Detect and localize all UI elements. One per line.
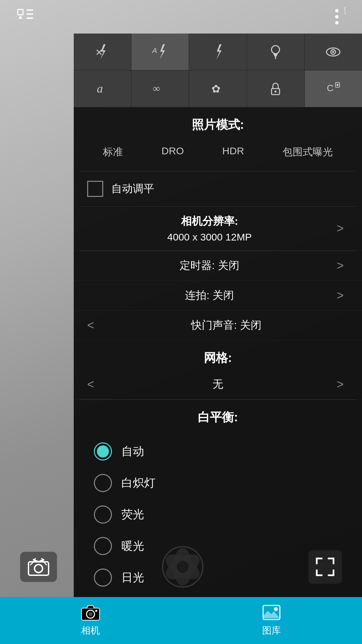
nav-camera-label: 相机	[81, 624, 100, 637]
auto-level-label: 自动调平	[111, 181, 154, 196]
camera-nav-icon	[81, 604, 100, 622]
svg-point-30	[35, 565, 43, 573]
svg-text:✿: ✿	[212, 83, 221, 95]
photo-mode-standard[interactable]: 标准	[98, 143, 128, 162]
bottom-nav: 相机 图库	[0, 597, 362, 644]
grid-row[interactable]: < 无 >	[74, 370, 362, 399]
white-balance-title: 白平衡:	[74, 400, 362, 432]
svg-point-44	[274, 607, 278, 611]
svg-point-7	[335, 21, 339, 24]
timer-label: 定时器: 关闭	[87, 258, 332, 273]
wb-fluorescent-label: 荧光	[121, 507, 144, 522]
wb-auto-radio[interactable]	[94, 442, 112, 461]
focus-row: a ∞ ✿ C	[74, 70, 362, 107]
focus-infinity-button[interactable]: ∞	[131, 70, 189, 107]
svg-rect-16	[274, 55, 277, 56]
shutter-icon	[161, 545, 204, 589]
wb-incandescent-radio[interactable]	[94, 474, 112, 492]
gallery-nav-icon	[262, 604, 281, 622]
flash-on-button[interactable]	[189, 34, 247, 70]
photo-mode-bracketing[interactable]: 包围式曝光	[277, 143, 338, 162]
wb-auto[interactable]: 自动	[94, 436, 342, 467]
shutter-label: 快门声音: 关闭	[104, 318, 349, 333]
svg-marker-12	[160, 44, 165, 60]
svg-point-5	[335, 9, 339, 12]
timer-arrow[interactable]: >	[332, 259, 349, 273]
svg-rect-15	[274, 54, 278, 55]
svg-text:a: a	[97, 82, 103, 95]
focus-lock-button[interactable]	[247, 70, 305, 107]
svg-point-28	[337, 84, 339, 86]
svg-text:C: C	[327, 83, 334, 93]
wb-fluorescent-radio[interactable]	[94, 505, 112, 524]
shutter-area	[161, 545, 204, 589]
wb-incandescent[interactable]: 白炽灯	[94, 467, 342, 499]
expand-button[interactable]	[308, 550, 342, 584]
focus-c-button[interactable]: C	[305, 70, 362, 107]
focus-macro-button[interactable]: ✿	[189, 70, 247, 107]
photo-mode-title: 照片模式:	[74, 107, 362, 137]
svg-text:A: A	[152, 46, 157, 55]
svg-point-40	[88, 612, 93, 616]
photo-mode-hdr[interactable]: HDR	[217, 143, 249, 162]
flash-row: ✕ A	[74, 34, 362, 70]
svg-point-37	[177, 561, 189, 573]
flash-eye-button[interactable]	[305, 34, 362, 70]
wb-fluorescent[interactable]: 荧光	[94, 499, 342, 530]
svg-marker-13	[216, 44, 222, 60]
more-options-icon[interactable]	[325, 5, 349, 29]
timer-row[interactable]: 定时器: 关闭 >	[74, 251, 362, 281]
svg-marker-43	[263, 611, 280, 618]
svg-point-41	[95, 610, 97, 612]
auto-level-checkbox[interactable]	[87, 181, 103, 197]
camera-resolution-title: 相机分辨率:	[87, 214, 332, 229]
burst-label: 连拍: 关闭	[87, 288, 332, 303]
svg-rect-0	[18, 9, 23, 15]
shutter-row[interactable]: < 快门声音: 关闭	[74, 311, 362, 340]
shutter-left-arrow[interactable]: <	[87, 318, 104, 332]
grid-left-arrow[interactable]: <	[87, 377, 104, 391]
settings-panel: ✕ A	[74, 34, 362, 597]
svg-marker-8	[344, 7, 346, 15]
camera-resolution-arrow[interactable]: >	[332, 221, 349, 235]
sparkle-icon[interactable]	[13, 5, 37, 29]
grid-title: 网格:	[74, 340, 362, 370]
grid-right-arrow[interactable]: >	[332, 377, 349, 391]
wb-auto-label: 自动	[121, 444, 144, 459]
nav-camera[interactable]: 相机	[0, 604, 181, 637]
bottom-camera-area	[0, 537, 362, 597]
nav-gallery-label: 图库	[262, 624, 281, 637]
photo-mode-dro[interactable]: DRO	[156, 143, 189, 162]
flash-fill-button[interactable]	[247, 34, 305, 70]
camera-resolution-row: 相机分辨率: 4000 x 3000 12MP >	[74, 207, 362, 251]
camera-resolution-value: 4000 x 3000 12MP	[87, 229, 332, 243]
svg-text:∞: ∞	[153, 83, 160, 94]
focus-a-button[interactable]: a	[74, 70, 131, 107]
burst-arrow[interactable]: >	[332, 288, 349, 303]
flash-auto-button[interactable]: A	[131, 34, 189, 70]
flip-camera-button[interactable]	[20, 552, 57, 582]
wb-incandescent-label: 白炽灯	[121, 475, 156, 491]
flash-off-button[interactable]: ✕	[74, 34, 131, 70]
svg-point-14	[272, 46, 280, 54]
burst-row[interactable]: 连拍: 关闭 >	[74, 281, 362, 311]
nav-gallery[interactable]: 图库	[181, 604, 362, 637]
top-bar	[0, 0, 362, 34]
svg-marker-4	[18, 15, 22, 19]
svg-point-25	[275, 91, 277, 93]
grid-value: 无	[104, 377, 332, 392]
svg-point-20	[332, 51, 334, 53]
auto-level-row[interactable]: 自动调平	[74, 171, 362, 206]
svg-point-6	[335, 15, 339, 18]
photo-mode-row: 标准 DRO HDR 包围式曝光	[74, 137, 362, 171]
